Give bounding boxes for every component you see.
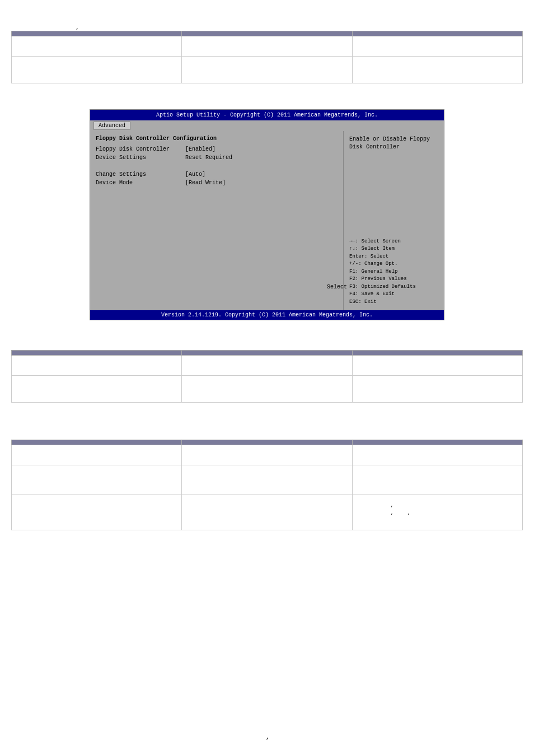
top-table-area xyxy=(11,31,523,83)
table-row xyxy=(12,445,523,465)
bt2-header-3 xyxy=(352,440,522,445)
select-label: Select xyxy=(327,284,347,290)
table-cell xyxy=(182,57,352,83)
bios-tab-advanced[interactable]: Advanced xyxy=(93,122,130,130)
bios-key-hints: →←: Select Screen ↑↓: Select Item Enter:… xyxy=(349,238,438,306)
bios-title-bar: Aptio Setup Utility - Copyright (C) 2011… xyxy=(90,110,444,120)
bios-label-device-settings: Device Settings xyxy=(96,155,185,161)
bios-footer: Version 2.14.1219. Copyright (C) 2011 Am… xyxy=(90,310,444,320)
top-table-header-3 xyxy=(352,31,522,36)
bt2-header-1 xyxy=(12,440,182,445)
bottom-table-1-area xyxy=(11,350,523,403)
bios-footer-text: Version 2.14.1219. Copyright (C) 2011 Am… xyxy=(161,312,373,318)
table-cell xyxy=(182,36,352,57)
bios-window: Aptio Setup Utility - Copyright (C) 2011… xyxy=(90,109,444,320)
top-table-header-2 xyxy=(182,31,352,36)
table-cell xyxy=(352,57,522,83)
table-cell xyxy=(12,494,182,530)
table-cell xyxy=(12,36,182,57)
table-row xyxy=(12,465,523,494)
bios-section-title: Floppy Disk Controller Configuration xyxy=(96,136,338,142)
bios-row-controller: Floppy Disk Controller [Enabled] xyxy=(96,146,338,152)
bottom-table-1 xyxy=(11,350,523,403)
table-cell xyxy=(352,465,522,494)
table-row xyxy=(12,36,523,57)
bt1-header-2 xyxy=(182,351,352,356)
table-cell xyxy=(182,445,352,465)
table-row xyxy=(12,356,523,376)
table-row xyxy=(12,376,523,403)
bios-right-panel: Enable or Disable Floppy Disk Controller… xyxy=(343,131,444,310)
table-cell xyxy=(182,376,352,403)
bottom-table-2-area: , , , xyxy=(11,440,523,530)
table-cell xyxy=(182,356,352,376)
bios-row-change-settings: Change Settings [Auto] xyxy=(96,171,338,178)
bios-label-controller: Floppy Disk Controller xyxy=(96,146,185,152)
bios-row-device-settings: Device Settings Reset Required xyxy=(96,155,338,161)
bt1-header-3 xyxy=(352,351,522,356)
bios-value-change-settings: [Auto] xyxy=(185,171,205,178)
table-cell xyxy=(182,465,352,494)
top-comma: , xyxy=(76,24,79,31)
bios-row-device-mode: Device Mode [Read Write] xyxy=(96,180,338,186)
bios-row-spacer xyxy=(96,163,338,169)
top-table xyxy=(11,31,523,83)
table-cell xyxy=(352,356,522,376)
bios-value-controller: [Enabled] xyxy=(185,146,216,152)
bios-value-device-settings: Reset Required xyxy=(185,155,232,161)
bottom-table-2: , , , xyxy=(11,440,523,530)
table-cell: , , , xyxy=(352,494,522,530)
bios-left-panel: Floppy Disk Controller Configuration Flo… xyxy=(90,131,343,310)
table-cell xyxy=(12,356,182,376)
bios-tab-bar: Advanced xyxy=(90,120,444,131)
bios-value-device-mode: [Read Write] xyxy=(185,180,226,186)
bios-body: Floppy Disk Controller Configuration Flo… xyxy=(90,131,444,310)
table-cell xyxy=(352,376,522,403)
table-cell xyxy=(12,376,182,403)
table-cell xyxy=(182,494,352,530)
bt1-header-1 xyxy=(12,351,182,356)
bios-help-text: Enable or Disable Floppy Disk Controller xyxy=(349,136,438,151)
bios-label-device-mode: Device Mode xyxy=(96,180,185,186)
table-cell xyxy=(12,465,182,494)
top-table-header-1 xyxy=(12,31,182,36)
table-cell xyxy=(352,445,522,465)
bottom-comma: , xyxy=(266,734,270,740)
bt2-header-2 xyxy=(182,440,352,445)
bios-label-change-settings: Change Settings xyxy=(96,171,185,178)
table-cell xyxy=(352,36,522,57)
table-row xyxy=(12,57,523,83)
table-cell xyxy=(12,445,182,465)
bios-title: Aptio Setup Utility - Copyright (C) 2011… xyxy=(156,112,378,118)
table-cell xyxy=(12,57,182,83)
table-row: , , , xyxy=(12,494,523,530)
